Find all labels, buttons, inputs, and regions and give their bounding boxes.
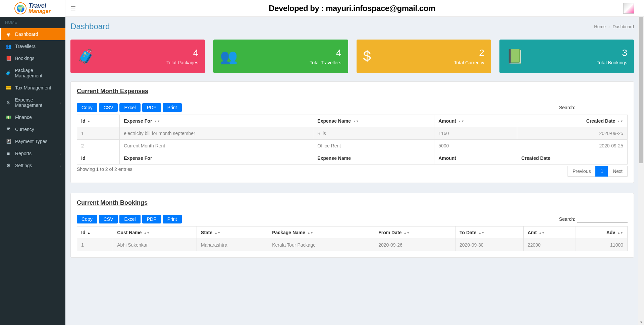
expenses-copy-button[interactable]: Copy (77, 103, 97, 112)
expenses-col-header[interactable]: Amount▲▼ (434, 115, 517, 127)
sidebar-item-tax-management[interactable]: 💳Tax Management (0, 82, 65, 94)
sort-both-icon: ▲▼ (617, 231, 623, 235)
top-header: Travel Manager ☰ Developed by : mayuri.i… (0, 0, 644, 17)
pagination-1[interactable]: 1 (595, 166, 608, 177)
cell-id: 2 (77, 140, 120, 152)
expenses-panel: Current Month Expenses CopyCSVExcelPDFPr… (70, 81, 634, 183)
sort-both-icon: ▲▼ (478, 231, 484, 235)
sidebar-item-label: Payment Types (15, 139, 47, 144)
expenses-col-header[interactable]: Created Date▲▼ (517, 115, 628, 127)
table-row: 1Abhi SukenkarMaharashtraKerala Tour Pac… (77, 239, 628, 251)
stat-value: 3 (597, 48, 627, 58)
sidebar-item-label: Tax Management (15, 85, 51, 90)
cell-amount: 5000 (434, 140, 517, 152)
stat-label: Total Bookings (597, 60, 627, 65)
bookings-col-header[interactable]: State▲▼ (197, 226, 268, 239)
stat-box-total-bookings[interactable]: 📗3Total Bookings (499, 40, 634, 73)
sidebar-item-finance[interactable]: 💵Finance (0, 111, 65, 123)
sidebar-item-label: Dashboard (15, 31, 38, 37)
stat-box-total-packages[interactable]: 🧳4Total Packages (70, 40, 205, 73)
bookings-pdf-button[interactable]: PDF (142, 215, 161, 223)
finance-icon: 💵 (5, 115, 12, 120)
logo-text-2: Manager (29, 9, 51, 14)
bookings-col-header[interactable]: Id▲ (77, 226, 113, 239)
cell-for: Current Month Rent (120, 140, 313, 152)
expenses-search-label: Search: (559, 105, 575, 110)
sort-both-icon: ▲▼ (353, 120, 359, 123)
hamburger-icon[interactable]: ☰ (65, 5, 81, 12)
expenses-excel-button[interactable]: Excel (119, 103, 140, 112)
bookings-col-header[interactable]: Adv▲▼ (576, 226, 627, 239)
expenses-footer-cell: Amount (434, 152, 517, 165)
sort-both-icon: ▲▼ (458, 120, 464, 123)
expenses-col-header[interactable]: Expense For▲▼ (120, 115, 313, 127)
bookings-col-header[interactable]: Amt▲▼ (523, 226, 576, 239)
dollar-icon: $ (363, 48, 371, 64)
bookings-col-header[interactable]: To Date▲▼ (455, 226, 523, 239)
suitcase-icon: 🧳 (77, 48, 95, 65)
cell-name: Office Rent (313, 140, 434, 152)
bookings-col-header[interactable]: From Date▲▼ (374, 226, 455, 239)
breadcrumb-sep: › (608, 24, 610, 29)
stat-value: 4 (310, 48, 341, 58)
sidebar-item-label: Currency (15, 127, 34, 132)
stat-label: Total Packages (166, 60, 198, 65)
sidebar-item-currency[interactable]: ₹Currency (0, 123, 65, 135)
bookings-col-header[interactable]: Package Name▲▼ (268, 226, 374, 239)
bookings-copy-button[interactable]: Copy (77, 215, 97, 223)
expenses-search-input[interactable] (577, 104, 628, 111)
sort-both-icon: ▲▼ (617, 120, 623, 123)
sort-both-icon: ▲▼ (154, 120, 160, 123)
stat-box-total-currency[interactable]: $2Total Currency (357, 40, 491, 73)
expenses-footer-cell: Expense Name (313, 152, 434, 165)
sort-asc-icon: ▲ (87, 120, 90, 123)
bookings-excel-button[interactable]: Excel (119, 215, 140, 223)
bookings-search-input[interactable] (577, 215, 628, 223)
sidebar-item-settings[interactable]: ⚙Settings› (0, 159, 65, 172)
cell-for: electricity bill for month september (120, 127, 313, 140)
expenses-csv-button[interactable]: CSV (99, 103, 118, 112)
user-avatar[interactable] (623, 3, 634, 14)
expenses-pdf-button[interactable]: PDF (142, 103, 161, 112)
cell-adv: 11000 (576, 239, 627, 251)
bookings-print-button[interactable]: Print (163, 215, 182, 223)
scrollbar-thumb[interactable] (639, 1, 643, 163)
sidebar-item-reports[interactable]: ■Reports› (0, 147, 65, 159)
expenses-col-header[interactable]: Id▲ (77, 115, 120, 127)
bookings-stat-icon: 📗 (506, 48, 524, 65)
sidebar-item-label: Bookings (15, 56, 35, 61)
cell-amt: 22000 (523, 239, 576, 251)
expenses-table: Id▲Expense For▲▼Expense Name▲▼Amount▲▼Cr… (77, 115, 628, 165)
payment-icon: 📓 (5, 139, 12, 144)
sidebar-item-travellers[interactable]: 👥Travellers (0, 40, 65, 52)
bookings-csv-button[interactable]: CSV (99, 215, 118, 223)
content: Dashboard Home›Dashboard 🧳4Total Package… (65, 17, 639, 273)
bookings-search-label: Search: (559, 216, 575, 222)
bookings-col-header[interactable]: Cust Name▲▼ (113, 226, 197, 239)
stat-box-total-travellers[interactable]: 👥4Total Travellers (213, 40, 348, 73)
expenses-print-button[interactable]: Print (163, 103, 182, 112)
package-icon: 🧳 (5, 70, 11, 76)
logo-area[interactable]: Travel Manager (0, 0, 65, 17)
sidebar-item-dashboard[interactable]: ◉Dashboard (0, 28, 65, 40)
expenses-footer-cell: Id (77, 152, 120, 165)
sort-both-icon: ▲▼ (214, 231, 220, 235)
sidebar-item-payment-types[interactable]: 📓Payment Types (0, 135, 65, 147)
chevron-right-icon: › (60, 101, 61, 105)
cell-cust: Abhi Sukenkar (113, 239, 197, 251)
expenses-title: Current Month Expenses (77, 88, 628, 95)
pagination-previous[interactable]: Previous (568, 166, 596, 177)
breadcrumb-item[interactable]: Home (594, 24, 606, 29)
sidebar-item-bookings[interactable]: 📕Bookings (0, 52, 65, 64)
sidebar-item-label: Travellers (15, 44, 36, 49)
content-header: Dashboard Home›Dashboard (65, 17, 639, 35)
pagination-next[interactable]: Next (608, 166, 628, 177)
scrollbar[interactable]: ▼ (638, 0, 644, 273)
expenses-footer-cell: Expense For (120, 152, 313, 165)
sort-both-icon: ▲▼ (539, 231, 545, 235)
bookings-table: Id▲Cust Name▲▼State▲▼Package Name▲▼From … (77, 226, 628, 251)
expenses-col-header[interactable]: Expense Name▲▼ (313, 115, 434, 127)
sidebar-item-package-management[interactable]: 🧳Package Management (0, 64, 65, 82)
sidebar-item-expense-management[interactable]: $Expense Management› (0, 94, 65, 111)
table-row: 1electricity bill for month septemberBil… (77, 127, 628, 140)
